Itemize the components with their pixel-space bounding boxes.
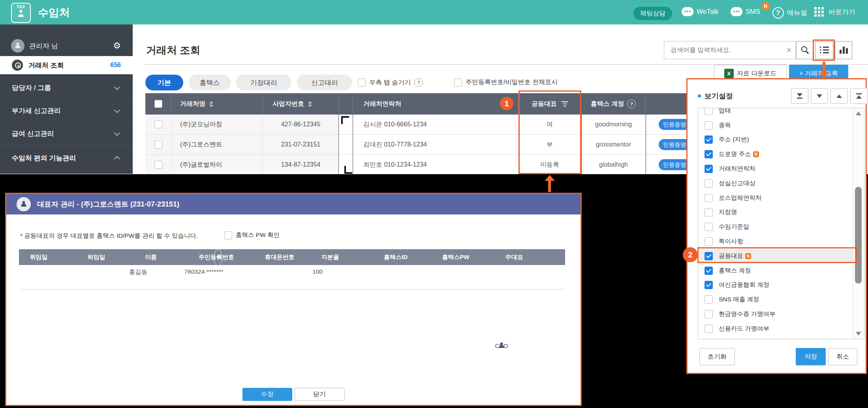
move-up-button[interactable]	[830, 88, 848, 104]
corner-mark-icon	[341, 116, 349, 124]
tab-basic[interactable]: 기본	[145, 75, 183, 90]
checkbox-icon[interactable]	[705, 281, 713, 289]
biznum-cell: 231-07-23151	[263, 135, 339, 155]
table-row[interactable]: (주)그로스멘트 231-07-23151 김대진 010-7778-1234 …	[145, 135, 703, 155]
row-checkbox[interactable]	[154, 161, 162, 169]
move-to-bottom-button[interactable]	[791, 88, 808, 104]
checkbox-icon[interactable]	[705, 108, 713, 115]
checkbox-icon[interactable]	[705, 267, 713, 275]
checkbox-icon[interactable]	[358, 79, 366, 86]
cert-badge[interactable]: 민원증명	[659, 139, 690, 150]
checkbox-icon[interactable]	[705, 208, 713, 216]
checkbox-icon[interactable]	[705, 150, 713, 158]
chat-consult-button[interactable]: 채팅상담	[633, 7, 672, 20]
checkbox-icon[interactable]	[705, 310, 713, 318]
checkbox-icon[interactable]	[705, 179, 713, 188]
question-circle-icon[interactable]: ?	[414, 78, 423, 87]
reset-button[interactable]: 초기화	[699, 348, 735, 365]
checkbox-icon[interactable]	[705, 121, 713, 130]
checkbox-icon[interactable]	[705, 194, 713, 202]
client-table: 거래처명 사업자번호 거래처연락처 공동대표 홈택스 계정 ?	[145, 93, 703, 175]
sidebar-item-managers[interactable]: 담당자 / 그룹	[0, 77, 133, 99]
gear-icon[interactable]: ⚙	[113, 41, 121, 51]
table-row[interactable]: (주)글로벌하이 134-87-12354 최민호 010-1234-1234 …	[145, 155, 703, 175]
shortcut-button[interactable]: 바로가기	[814, 7, 855, 17]
sidebar-item-payroll[interactable]: 급여 신고관리	[0, 122, 133, 145]
tab-bookkeeping[interactable]: 기장대리	[236, 75, 291, 90]
sidebar-item-vat[interactable]: 부가세 신고관리	[0, 100, 133, 122]
list-item[interactable]: 여신금융협회 계정	[698, 278, 853, 293]
wetalk-button[interactable]: WeTalk	[682, 7, 718, 16]
clear-icon[interactable]: ×	[786, 45, 791, 55]
bullet-icon	[698, 94, 701, 98]
list-item[interactable]: 주소 (지번)	[698, 133, 853, 147]
shortcut-label: 바로가기	[829, 8, 855, 17]
list-item[interactable]: 특이사항	[698, 234, 853, 249]
hometax-pw-checkbox[interactable]: 홈택스 PW 확인	[224, 231, 280, 239]
top-bar: TAX 수임처 채팅상담 WeTalk SMS N ? 매뉴얼 바로가기	[0, 0, 868, 24]
checkbox-icon[interactable]	[705, 223, 713, 231]
checkbox-icon[interactable]	[705, 165, 713, 173]
list-item[interactable]: 현금영수증 가맹여부	[698, 307, 853, 322]
list-item[interactable]: 수임기준일	[698, 220, 853, 234]
select-all-checkbox[interactable]	[154, 100, 162, 108]
cert-badge[interactable]: 민원증명	[659, 119, 690, 130]
list-item[interactable]: 업태	[698, 108, 853, 118]
search-button[interactable]	[796, 41, 814, 59]
list-item[interactable]: 거래처연락처	[698, 162, 853, 176]
save-button[interactable]: 저장	[796, 348, 826, 365]
list-item[interactable]: 지점명	[698, 205, 853, 220]
col-appointment: 취임일	[30, 249, 48, 265]
sidebar-item-convenience[interactable]: 수임처 편의 기능관리	[0, 147, 133, 169]
tab-hometax[interactable]: 홈택스	[189, 75, 231, 90]
checkbox-icon[interactable]	[224, 231, 232, 239]
chart-view-button[interactable]	[835, 41, 852, 59]
scrollbar[interactable]	[853, 108, 864, 339]
scrollbar-thumb[interactable]	[855, 187, 862, 284]
list-item[interactable]: SNS 매출 계정	[698, 292, 853, 307]
checkbox-icon[interactable]	[454, 79, 462, 86]
checkbox-icon[interactable]	[705, 135, 713, 144]
col-header-biznum[interactable]: 사업자번호	[263, 93, 339, 115]
move-down-button[interactable]	[811, 88, 828, 104]
list-item[interactable]: 신용카드 가맹여부	[698, 322, 853, 336]
row-divider	[19, 289, 565, 290]
scroll-down-icon[interactable]	[856, 332, 861, 336]
scroll-up-icon[interactable]	[856, 111, 861, 115]
move-to-top-button[interactable]	[850, 88, 868, 104]
tab-reporting[interactable]: 신고대리	[297, 75, 352, 90]
search-input[interactable]	[670, 46, 782, 54]
checkbox-icon[interactable]	[705, 325, 713, 333]
hide-right-tab-checkbox[interactable]: 우측 탭 숨기기 ?	[358, 78, 423, 87]
list-item[interactable]: 종목	[698, 118, 853, 133]
row-select-cell	[145, 155, 171, 175]
cert-badge[interactable]: 민원증명	[659, 159, 690, 170]
contact-cell: 최민호 010-1234-1234	[353, 155, 519, 175]
col-header-gap	[339, 93, 353, 115]
list-item[interactable]: 홈택스 계정	[698, 263, 853, 278]
col-header-name[interactable]: 거래처명	[171, 93, 263, 115]
list-item[interactable]: 포스업체연락처	[698, 191, 853, 205]
cancel-button[interactable]: 취소	[828, 348, 857, 365]
sms-button[interactable]: SMS	[731, 7, 760, 16]
question-circle-icon[interactable]: ?	[627, 100, 636, 108]
show-numbers-checkbox[interactable]: 주민등록번호/비밀번호 전체표시	[454, 78, 558, 86]
list-item[interactable]	[698, 336, 853, 339]
list-item[interactable]: 성실신고대상	[698, 176, 853, 191]
checkbox-icon[interactable]	[705, 295, 713, 304]
list-item[interactable]: 도로명 주소N	[698, 147, 853, 162]
row-checkbox[interactable]	[154, 141, 162, 149]
annotation-step-1: 1	[500, 97, 513, 110]
sidebar-item-client-search[interactable]: 거래처 조회 656	[0, 56, 133, 74]
manual-button[interactable]: ? 매뉴얼	[772, 7, 807, 19]
question-circle-icon[interactable]: ?	[214, 249, 222, 266]
row-select-cell	[145, 115, 171, 135]
close-button[interactable]: 닫기	[295, 388, 345, 401]
checkbox-icon[interactable]	[705, 237, 713, 246]
row-checkbox[interactable]	[154, 120, 162, 128]
sort-icon[interactable]	[308, 101, 312, 107]
edit-button[interactable]: 수정	[242, 388, 292, 401]
chevron-down-icon	[114, 130, 120, 136]
table-row[interactable]: (주)굿모닝아침 427-86-12345 김시은 010-6665-1234 …	[145, 115, 703, 135]
sort-icon[interactable]	[209, 101, 213, 107]
